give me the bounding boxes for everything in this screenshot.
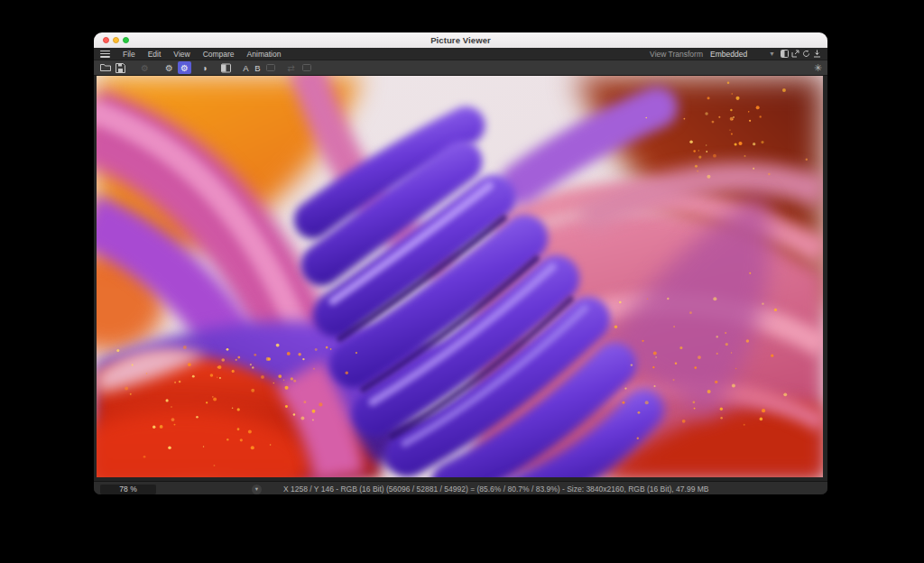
rotate-icon[interactable] [802,50,810,58]
contrast-button[interactable]: ◑ [198,61,211,74]
settings-gear-button[interactable]: ⚙ [162,61,176,74]
picture-canvas[interactable] [97,76,823,477]
menu-animation[interactable]: Animation [241,50,288,59]
zoom-level-value: 78 % [119,485,136,494]
menubar: File Edit View Compare Animation View Tr… [94,48,827,60]
zoom-level-field[interactable]: 78 % [100,485,156,494]
filter-gear-button-active[interactable]: ⚙ [178,61,191,74]
statusbar: 78 % ▾ X 1258 / Y 146 - RGB (16 Bit) (56… [94,481,827,494]
view-transform-label: View Transform [650,50,703,59]
open-folder-button[interactable] [98,61,112,74]
desktop: Picture Viewer File Edit View Compare An… [0,0,924,563]
viewer-area [94,76,827,481]
split-view-icon[interactable] [781,50,789,58]
sync-button-disabled [300,61,313,74]
link-views-button-disabled: ⇄ [284,61,298,74]
menu-compare[interactable]: Compare [197,50,241,59]
menu-edit[interactable]: Edit [142,50,168,59]
menubar-mini-icons [781,50,821,58]
artwork-svg [97,76,823,477]
compare-b-button[interactable]: B [252,63,263,73]
save-button[interactable] [114,61,127,74]
swap-ab-button-disabled [263,61,277,74]
menu-file[interactable]: File [116,50,142,59]
zoom-dropdown-button[interactable]: ▾ [252,485,262,494]
titlebar: Picture Viewer [94,32,827,48]
window-title: Picture Viewer [94,35,827,45]
histogram-icon-disabled: ⚙ [138,61,152,74]
pixel-info-text: X 1258 / Y 146 - RGB (16 Bit) (56096 / 5… [283,485,708,494]
compare-a-button[interactable]: A [240,63,252,73]
view-transform-value: Embedded [710,50,769,59]
export-icon[interactable] [791,50,799,58]
menubar-right: View Transform Embedded ▼ [650,50,823,59]
toolbar: ⚙ ⚙ ⚙ ◑ A B ⇄ ✳ [94,60,827,76]
hamburger-menu-icon[interactable] [100,51,110,58]
view-transform-dropdown[interactable]: Embedded ▼ [710,50,781,59]
picture-viewer-window: Picture Viewer File Edit View Compare An… [94,32,827,494]
snowflake-icon[interactable]: ✳ [814,63,822,73]
download-icon[interactable] [813,50,821,58]
menu-view[interactable]: View [167,50,196,59]
chevron-down-icon: ▼ [769,51,775,57]
ab-compare-button[interactable] [219,61,233,74]
